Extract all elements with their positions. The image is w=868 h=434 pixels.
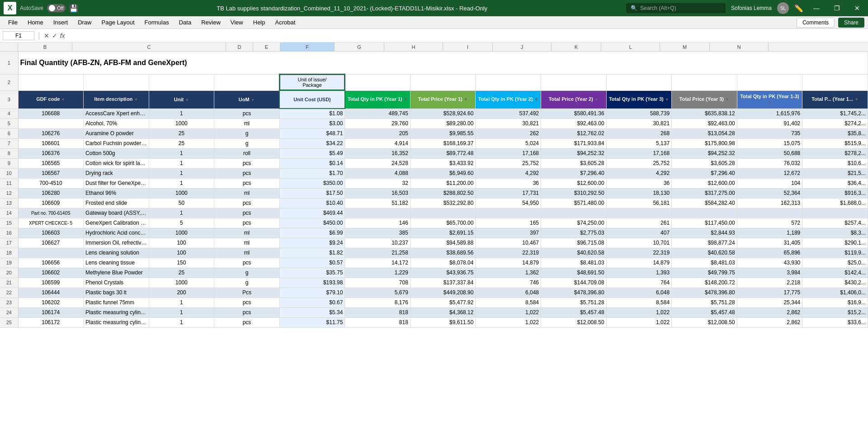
cell-N18[interactable]: $119,9... bbox=[802, 248, 868, 258]
cell-M14[interactable] bbox=[737, 208, 802, 218]
menu-page-layout[interactable]: Page Layout bbox=[97, 17, 139, 28]
cell-D23[interactable]: 1 bbox=[149, 297, 214, 307]
cell-J4[interactable]: $580,491.36 bbox=[541, 108, 607, 118]
cell-D16[interactable]: 1000 bbox=[149, 228, 214, 238]
cell-K19[interactable]: 14,879 bbox=[606, 258, 672, 268]
cell-I5[interactable]: 30,821 bbox=[476, 118, 541, 128]
cell-H14[interactable] bbox=[410, 208, 476, 218]
cell-G14[interactable] bbox=[345, 208, 410, 218]
cell-M8[interactable]: 50,688 bbox=[737, 148, 802, 158]
cell-N5[interactable]: $274,2... bbox=[802, 118, 868, 128]
menu-file[interactable]: File bbox=[4, 17, 22, 28]
cell-H18[interactable]: $38,689.56 bbox=[410, 248, 476, 258]
cell-E12[interactable]: ml bbox=[214, 188, 280, 198]
menu-insert[interactable]: Insert bbox=[49, 17, 73, 28]
cell-B10[interactable]: 106567 bbox=[18, 168, 84, 178]
col-header-C[interactable]: C bbox=[72, 42, 226, 51]
cell-L16[interactable]: $2,844.93 bbox=[672, 228, 737, 238]
cell-J10[interactable]: $7,296.40 bbox=[541, 168, 607, 178]
cell-F9[interactable]: $0.14 bbox=[279, 158, 345, 168]
col-header-J[interactable]: J bbox=[493, 42, 552, 51]
cell-L25[interactable]: $12,008.50 bbox=[672, 317, 737, 327]
cell-E8[interactable]: roll bbox=[214, 148, 280, 158]
cell-D15[interactable]: 5 bbox=[149, 218, 214, 228]
cell-M5[interactable]: 91,402 bbox=[737, 118, 802, 128]
cell-D19[interactable]: 150 bbox=[149, 258, 214, 268]
menu-view[interactable]: View bbox=[226, 17, 248, 28]
cell-G4[interactable]: 489,745 bbox=[345, 108, 410, 118]
cell-I13[interactable]: 54,950 bbox=[476, 198, 541, 208]
cell-I4[interactable]: 537,492 bbox=[476, 108, 541, 118]
cell-G21[interactable]: 708 bbox=[345, 278, 410, 288]
cell-C12[interactable]: Ethanol 96% bbox=[84, 188, 149, 198]
cell-B24[interactable]: 106174 bbox=[18, 307, 84, 317]
cell-B16[interactable]: 106603 bbox=[18, 228, 84, 238]
cell-D8[interactable]: 1 bbox=[149, 148, 214, 158]
cell-J7[interactable]: $171,933.84 bbox=[541, 138, 607, 148]
cell-G8[interactable]: 16,352 bbox=[345, 148, 410, 158]
menu-draw[interactable]: Draw bbox=[73, 17, 96, 28]
col-header-H[interactable]: H bbox=[384, 42, 443, 51]
cell-E24[interactable]: pcs bbox=[214, 307, 280, 317]
cell-D18[interactable]: 100 bbox=[149, 248, 214, 258]
cell-L9[interactable]: $3,605.28 bbox=[672, 158, 737, 168]
cell-D20[interactable]: 25 bbox=[149, 268, 214, 278]
cell-L18[interactable]: $40,620.58 bbox=[672, 248, 737, 258]
cell-F21[interactable]: $193.98 bbox=[279, 278, 345, 288]
cell-E7[interactable]: g bbox=[214, 138, 280, 148]
cell-E19[interactable]: pcs bbox=[214, 258, 280, 268]
cell-N16[interactable]: $8,3... bbox=[802, 228, 868, 238]
cell-F6[interactable]: $48.71 bbox=[279, 128, 345, 138]
cell-L6[interactable]: $13,054.28 bbox=[672, 128, 737, 138]
cell-C19[interactable]: Lens cleaning tissue bbox=[84, 258, 149, 268]
col-header-N[interactable]: N bbox=[710, 42, 769, 51]
search-box[interactable]: 🔍 Search (Alt+Q) bbox=[626, 3, 726, 13]
menu-review[interactable]: Review bbox=[197, 17, 225, 28]
cell-J15[interactable]: $74,250.00 bbox=[541, 218, 607, 228]
cell-I19[interactable]: 14,879 bbox=[476, 258, 541, 268]
cell-F16[interactable]: $6.99 bbox=[279, 228, 345, 238]
cell-C6[interactable]: Auramine O powder bbox=[84, 128, 149, 138]
share-button[interactable]: Share bbox=[838, 18, 864, 28]
cell-K21[interactable]: 764 bbox=[606, 278, 672, 288]
cell-N8[interactable]: $278,2... bbox=[802, 148, 868, 158]
cell-C7[interactable]: Carbol Fuchsin powder (Basic fuchsin) bbox=[84, 138, 149, 148]
cell-E5[interactable]: ml bbox=[214, 118, 280, 128]
cell-G19[interactable]: 14,172 bbox=[345, 258, 410, 268]
cell-M22[interactable]: 17,775 bbox=[737, 288, 802, 297]
cell-E25[interactable]: pcs bbox=[214, 317, 280, 327]
cell-G22[interactable]: 5,679 bbox=[345, 288, 410, 297]
autosave-toggle[interactable]: Off bbox=[47, 4, 65, 12]
cell-H11[interactable]: $11,200.00 bbox=[410, 178, 476, 188]
cell-H13[interactable]: $532,292.80 bbox=[410, 198, 476, 208]
cell-G6[interactable]: 205 bbox=[345, 128, 410, 138]
cell-C25[interactable]: Plastic measuring cylinder of 500ml bbox=[84, 317, 149, 327]
cell-L20[interactable]: $49,799.75 bbox=[672, 268, 737, 278]
cell-M25[interactable]: 2,862 bbox=[737, 317, 802, 327]
cell-K17[interactable]: 10,701 bbox=[606, 238, 672, 248]
cell-C4[interactable]: AccessCare Xpert enhanced service and ma… bbox=[84, 108, 149, 118]
cell-H10[interactable]: $6,949.60 bbox=[410, 168, 476, 178]
insert-function-icon[interactable]: fx bbox=[60, 32, 65, 39]
cell-C20[interactable]: Methylene Blue Powder bbox=[84, 268, 149, 278]
cell-B21[interactable]: 106599 bbox=[18, 278, 84, 288]
cell-F11[interactable]: $350.00 bbox=[279, 178, 345, 188]
cell-C11[interactable]: Dust filter for GeneXpert system for GXI… bbox=[84, 178, 149, 188]
cell-D12[interactable]: 1000 bbox=[149, 188, 214, 198]
cell-I15[interactable]: 165 bbox=[476, 218, 541, 228]
maximize-button[interactable]: ❐ bbox=[830, 5, 844, 12]
cell-G15[interactable]: 146 bbox=[345, 218, 410, 228]
cell-I8[interactable]: 17,168 bbox=[476, 148, 541, 158]
cell-L24[interactable]: $5,457.48 bbox=[672, 307, 737, 317]
cell-F8[interactable]: $5.49 bbox=[279, 148, 345, 158]
cell-I24[interactable]: 1,022 bbox=[476, 307, 541, 317]
menu-acrobat[interactable]: Acrobat bbox=[271, 17, 300, 28]
confirm-formula-icon[interactable]: ✓ bbox=[52, 32, 57, 39]
col-header-I[interactable]: I bbox=[443, 42, 493, 51]
cell-K16[interactable]: 407 bbox=[606, 228, 672, 238]
cell-L11[interactable]: $12,600.00 bbox=[672, 178, 737, 188]
cell-F13[interactable]: $10.40 bbox=[279, 198, 345, 208]
cell-B17[interactable]: 106627 bbox=[18, 238, 84, 248]
cell-L4[interactable]: $635,838.12 bbox=[672, 108, 737, 118]
cell-C17[interactable]: Immersion Oil, refrective index 1.517 bbox=[84, 238, 149, 248]
